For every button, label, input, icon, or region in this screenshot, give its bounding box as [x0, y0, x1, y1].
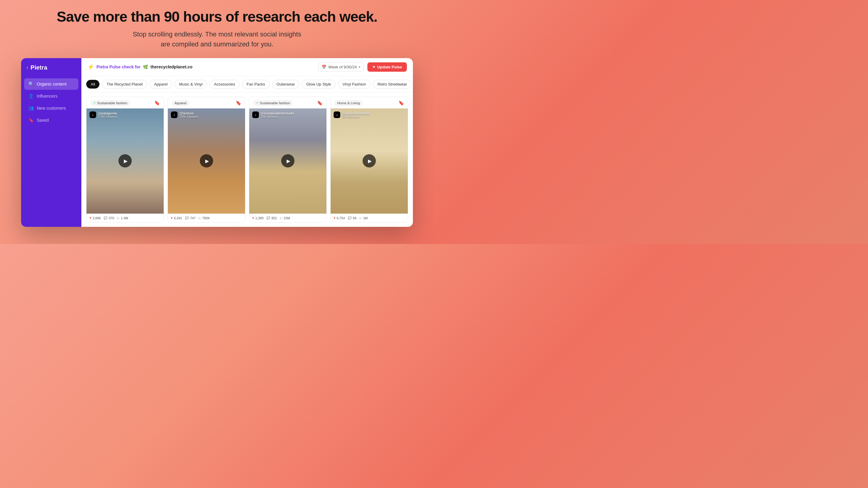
sidebar-item-saved[interactable]: 🔖 Saved [24, 115, 79, 126]
user-overlay: ♪ @patagonia 2.5M followers [90, 111, 117, 119]
filter-all[interactable]: All [86, 80, 99, 89]
comment-icon: 💬 [185, 216, 189, 220]
card-media[interactable]: ♪ @tentree 108k followers ▶ [168, 108, 245, 214]
heart-icon: ♥ [90, 216, 91, 220]
chevron-down-icon: ▾ [359, 65, 361, 69]
user-followers: 2.5M followers [98, 115, 117, 119]
calendar-icon: 📅 [321, 65, 327, 69]
hero-section: Save more than 90 hours of research each… [44, 9, 390, 49]
filter-fan-packs[interactable]: Fan Packs [242, 80, 270, 89]
main-content: ⚡ Pietra Pulse check for 🌿 therecycledpl… [82, 58, 413, 227]
filter-apparel[interactable]: Apparel [150, 80, 172, 89]
sidebar-item-influencers[interactable]: 👤 Influencers [24, 90, 79, 102]
heart-icon: ♥ [334, 216, 336, 220]
play-button[interactable]: ▶ [281, 154, 294, 167]
user-info: @patagonia 2.5M followers [98, 111, 117, 119]
play-button[interactable]: ▶ [119, 154, 132, 167]
user-followers: 95k followers [342, 115, 369, 119]
view-icon: ▷ [198, 216, 201, 220]
bookmark-button[interactable]: 🔖 [317, 100, 323, 106]
hero-title: Save more than 90 hours of research each… [57, 9, 377, 25]
card-header: Home & Living 🔖 [331, 97, 408, 108]
header-left: ⚡ Pietra Pulse check for 🌿 therecycledpl… [87, 64, 193, 70]
comment-icon: 💬 [267, 216, 270, 220]
card-header: ↗ Sustainable fashion 🔖 [249, 97, 327, 108]
play-icon: ▶ [287, 158, 290, 164]
user-overlay: ♪ @sustainablethreads 35k followers [252, 111, 294, 119]
view-icon: ▷ [360, 216, 362, 220]
sidebar-nav: 🔍 Organic content 👤 Influencers 👥 New cu… [21, 78, 82, 126]
user-handle: @patagonia [98, 111, 117, 115]
stat-hearts: ♥ 6,754 [334, 216, 345, 220]
filter-outerwear[interactable]: Outerwear [272, 80, 300, 89]
week-selector[interactable]: 📅 Week of 9/30/24 ▾ [318, 63, 364, 71]
tiktok-icon: ♪ [252, 111, 259, 118]
sidebar-item-label: New customers [37, 106, 66, 110]
card-stats: ♥ 6,491 💬 747 ▷ 780K [168, 214, 245, 222]
domain-icon: 🌿 [143, 64, 148, 69]
stat-comments: 💬 952 [267, 216, 277, 220]
sidebar: ‹ Pietra 🔍 Organic content 👤 Influencers… [21, 58, 82, 227]
card-sustainablethreads: ↗ Sustainable fashion 🔖 ♪ @sustainableth… [249, 97, 327, 223]
filter-vinyl-fashion[interactable]: Vinyl Fashion [338, 80, 371, 89]
filter-accessories[interactable]: Accessories [210, 80, 240, 89]
plus-icon: ✦ [372, 65, 375, 69]
sidebar-brand[interactable]: ‹ Pietra [21, 64, 82, 78]
play-button[interactable]: ▶ [363, 154, 376, 167]
view-icon: ▷ [280, 216, 282, 220]
stat-comments: 💬 370 [104, 216, 114, 220]
sidebar-item-label: Influencers [37, 94, 57, 98]
filter-recycled-planet[interactable]: The Recycled Planet [102, 80, 147, 89]
pulse-text: Pietra Pulse check for [96, 64, 141, 69]
card-media[interactable]: ♪ @packnwoodusa 95k followers ▶ [331, 108, 408, 214]
user-info: @sustainablethreads 35k followers [261, 111, 294, 119]
main-header: ⚡ Pietra Pulse check for 🌿 therecycledpl… [82, 58, 413, 76]
user-handle: @sustainablethreads [261, 111, 294, 115]
card-stats: ♥ 3,996 💬 370 ▷ 1.4M [87, 214, 164, 222]
stat-views: ▷ 15M [280, 216, 290, 220]
heart-icon: ♥ [171, 216, 173, 220]
brand-name: Pietra [30, 64, 47, 71]
bookmark-button[interactable]: 🔖 [154, 100, 160, 106]
tiktok-icon: ♪ [171, 111, 178, 118]
cards-area: ↗ Sustainable fashion 🔖 ♪ @patagonia 2.5… [82, 93, 413, 227]
trending-icon: ↗ [256, 101, 258, 104]
card-media[interactable]: ♪ @patagonia 2.5M followers ▶ [87, 108, 164, 214]
sidebar-item-organic[interactable]: 🔍 Organic content [24, 78, 79, 90]
card-stats: ♥ 6,754 💬 69 ▷ 1M [331, 214, 408, 222]
bookmark-button[interactable]: 🔖 [236, 100, 241, 106]
play-icon: ▶ [124, 158, 127, 164]
stat-comments: 💬 747 [185, 216, 195, 220]
user-info: @packnwoodusa 95k followers [342, 111, 369, 119]
hero-subtitle: Stop scrolling endlessly. The most relev… [57, 29, 377, 49]
card-media[interactable]: ♪ @sustainablethreads 35k followers ▶ [249, 108, 327, 214]
card-tag: ↗ Sustainable fashion [253, 100, 293, 106]
stat-views: ▷ 1M [360, 216, 368, 220]
filter-glow-up[interactable]: Glow Up Style [302, 80, 336, 89]
user-overlay: ♪ @packnwoodusa 95k followers [334, 111, 369, 119]
play-button[interactable]: ▶ [200, 154, 213, 167]
stat-hearts: ♥ 1,389 [252, 216, 264, 220]
stat-views: ▷ 1.4M [117, 216, 128, 220]
card-tentree: Apparel 🔖 ♪ @tentree 108k followers ▶ [167, 97, 245, 223]
tiktok-icon: ♪ [90, 111, 96, 118]
bookmark-button[interactable]: 🔖 [398, 100, 404, 106]
comment-icon: 💬 [348, 216, 351, 220]
card-tag: Home & Living [334, 100, 363, 106]
user-overlay: ♪ @tentree 108k followers [171, 111, 198, 119]
comment-icon: 💬 [104, 216, 107, 220]
sidebar-item-new-customers[interactable]: 👥 New customers [24, 102, 79, 114]
back-arrow-icon: ‹ [27, 65, 28, 70]
filter-retro-streetwear[interactable]: Retro Streetwear [373, 80, 411, 89]
card-packnwoodusa: Home & Living 🔖 ♪ @packnwoodusa 95k foll… [330, 97, 408, 223]
filter-music-vinyl[interactable]: Music & Vinyl [175, 80, 207, 89]
search-icon: 🔍 [28, 82, 34, 87]
week-label: Week of 9/30/24 [328, 65, 356, 69]
pulse-domain: therecycledplanet.co [150, 64, 192, 69]
header-right: 📅 Week of 9/30/24 ▾ ✦ Update Pulse [318, 62, 407, 72]
user-followers: 108k followers [179, 115, 198, 119]
update-pulse-button[interactable]: ✦ Update Pulse [367, 62, 407, 72]
view-icon: ▷ [117, 216, 120, 220]
users-icon: 👥 [28, 105, 34, 111]
stat-hearts: ♥ 3,996 [90, 216, 101, 220]
